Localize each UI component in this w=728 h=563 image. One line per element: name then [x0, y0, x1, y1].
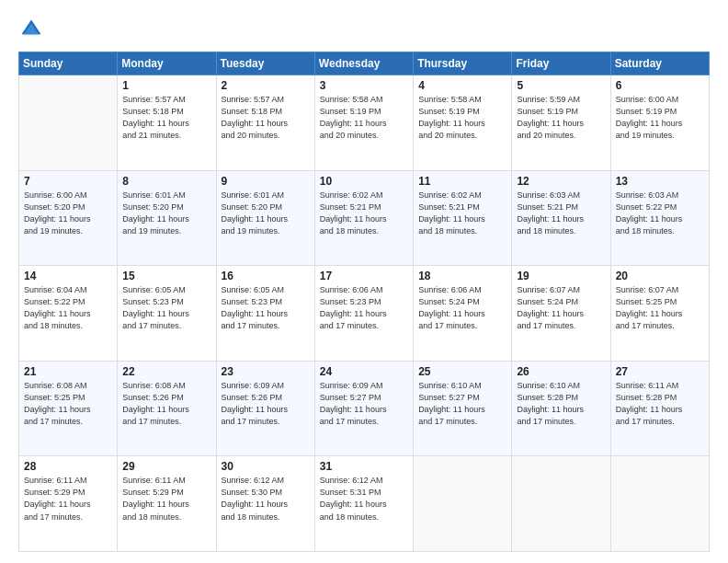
day-detail: Sunrise: 6:01 AM Sunset: 5:20 PM Dayligh… — [122, 190, 210, 237]
calendar-cell: 28Sunrise: 6:11 AM Sunset: 5:29 PM Dayli… — [19, 456, 118, 552]
page: SundayMondayTuesdayWednesdayThursdayFrid… — [0, 0, 728, 563]
day-number: 28 — [24, 460, 112, 473]
day-number: 3 — [320, 79, 408, 92]
day-detail: Sunrise: 5:59 AM Sunset: 5:19 PM Dayligh… — [517, 94, 605, 142]
calendar-cell: 30Sunrise: 6:12 AM Sunset: 5:30 PM Dayli… — [216, 456, 314, 552]
calendar-cell: 27Sunrise: 6:11 AM Sunset: 5:28 PM Dayli… — [610, 361, 709, 456]
calendar-cell: 1Sunrise: 5:57 AM Sunset: 5:18 PM Daylig… — [118, 75, 216, 171]
calendar-cell: 2Sunrise: 5:57 AM Sunset: 5:18 PM Daylig… — [216, 75, 314, 171]
day-detail: Sunrise: 6:07 AM Sunset: 5:24 PM Dayligh… — [517, 284, 605, 332]
calendar-header-saturday: Saturday — [610, 52, 709, 75]
calendar-cell: 9Sunrise: 6:01 AM Sunset: 5:20 PM Daylig… — [216, 170, 314, 266]
calendar-cell: 17Sunrise: 6:06 AM Sunset: 5:23 PM Dayli… — [314, 266, 413, 362]
calendar-table: SundayMondayTuesdayWednesdayThursdayFrid… — [18, 52, 710, 552]
day-detail: Sunrise: 6:03 AM Sunset: 5:22 PM Dayligh… — [616, 190, 704, 237]
day-number: 26 — [517, 365, 605, 378]
day-detail: Sunrise: 6:09 AM Sunset: 5:27 PM Dayligh… — [320, 380, 408, 428]
calendar-cell: 6Sunrise: 6:00 AM Sunset: 5:19 PM Daylig… — [610, 75, 709, 171]
day-number: 8 — [122, 175, 210, 188]
calendar-cell: 14Sunrise: 6:04 AM Sunset: 5:22 PM Dayli… — [19, 266, 118, 362]
day-number: 25 — [418, 365, 506, 378]
day-number: 5 — [517, 79, 605, 92]
day-detail: Sunrise: 6:05 AM Sunset: 5:23 PM Dayligh… — [222, 284, 310, 332]
calendar-cell: 26Sunrise: 6:10 AM Sunset: 5:28 PM Dayli… — [512, 361, 610, 456]
day-number: 31 — [320, 460, 408, 473]
logo — [18, 17, 48, 42]
calendar-week-4: 21Sunrise: 6:08 AM Sunset: 5:25 PM Dayli… — [19, 361, 710, 456]
day-number: 4 — [418, 79, 506, 92]
day-number: 12 — [517, 175, 605, 188]
calendar-cell: 21Sunrise: 6:08 AM Sunset: 5:25 PM Dayli… — [19, 361, 118, 456]
day-number: 23 — [222, 365, 310, 378]
day-number: 29 — [122, 460, 210, 473]
calendar-cell: 22Sunrise: 6:08 AM Sunset: 5:26 PM Dayli… — [118, 361, 216, 456]
day-number: 13 — [616, 175, 704, 188]
day-number: 6 — [616, 79, 704, 92]
day-number: 30 — [222, 460, 310, 473]
day-detail: Sunrise: 6:08 AM Sunset: 5:26 PM Dayligh… — [122, 380, 210, 428]
day-number: 22 — [122, 365, 210, 378]
calendar-header-sunday: Sunday — [19, 52, 118, 75]
day-detail: Sunrise: 5:58 AM Sunset: 5:19 PM Dayligh… — [320, 94, 408, 142]
calendar-cell: 19Sunrise: 6:07 AM Sunset: 5:24 PM Dayli… — [512, 266, 610, 362]
calendar-cell: 16Sunrise: 6:05 AM Sunset: 5:23 PM Dayli… — [216, 266, 314, 362]
day-detail: Sunrise: 6:11 AM Sunset: 5:29 PM Dayligh… — [24, 475, 112, 523]
calendar-cell: 23Sunrise: 6:09 AM Sunset: 5:26 PM Dayli… — [216, 361, 314, 456]
calendar-cell: 10Sunrise: 6:02 AM Sunset: 5:21 PM Dayli… — [314, 170, 413, 266]
day-number: 10 — [320, 175, 408, 188]
calendar-week-5: 28Sunrise: 6:11 AM Sunset: 5:29 PM Dayli… — [19, 456, 710, 552]
day-number: 20 — [616, 270, 704, 282]
calendar-week-3: 14Sunrise: 6:04 AM Sunset: 5:22 PM Dayli… — [19, 266, 710, 362]
calendar-cell: 18Sunrise: 6:06 AM Sunset: 5:24 PM Dayli… — [414, 266, 512, 362]
day-number: 21 — [24, 365, 112, 378]
calendar-cell: 12Sunrise: 6:03 AM Sunset: 5:21 PM Dayli… — [512, 170, 610, 266]
day-detail: Sunrise: 6:10 AM Sunset: 5:27 PM Dayligh… — [418, 380, 506, 428]
calendar-cell: 24Sunrise: 6:09 AM Sunset: 5:27 PM Dayli… — [314, 361, 413, 456]
day-number: 18 — [418, 270, 506, 282]
calendar-header-row: SundayMondayTuesdayWednesdayThursdayFrid… — [19, 52, 710, 75]
day-detail: Sunrise: 6:10 AM Sunset: 5:28 PM Dayligh… — [517, 380, 605, 428]
calendar-header-wednesday: Wednesday — [314, 52, 413, 75]
calendar-cell: 4Sunrise: 5:58 AM Sunset: 5:19 PM Daylig… — [414, 75, 512, 171]
day-number: 9 — [222, 175, 310, 188]
calendar-header-monday: Monday — [118, 52, 216, 75]
calendar-header-friday: Friday — [512, 52, 610, 75]
calendar-cell: 3Sunrise: 5:58 AM Sunset: 5:19 PM Daylig… — [314, 75, 413, 171]
day-detail: Sunrise: 6:01 AM Sunset: 5:20 PM Dayligh… — [222, 190, 310, 237]
calendar-cell — [610, 456, 709, 552]
calendar-cell: 31Sunrise: 6:12 AM Sunset: 5:31 PM Dayli… — [314, 456, 413, 552]
day-detail: Sunrise: 6:02 AM Sunset: 5:21 PM Dayligh… — [320, 190, 408, 237]
day-detail: Sunrise: 6:03 AM Sunset: 5:21 PM Dayligh… — [517, 190, 605, 237]
calendar-cell: 29Sunrise: 6:11 AM Sunset: 5:29 PM Dayli… — [118, 456, 216, 552]
day-detail: Sunrise: 6:00 AM Sunset: 5:19 PM Dayligh… — [616, 94, 704, 142]
day-number: 19 — [517, 270, 605, 282]
day-number: 24 — [320, 365, 408, 378]
calendar-week-2: 7Sunrise: 6:00 AM Sunset: 5:20 PM Daylig… — [19, 170, 710, 266]
day-detail: Sunrise: 5:57 AM Sunset: 5:18 PM Dayligh… — [222, 94, 310, 142]
logo-icon — [18, 17, 44, 42]
day-detail: Sunrise: 6:05 AM Sunset: 5:23 PM Dayligh… — [122, 284, 210, 332]
day-number: 27 — [616, 365, 704, 378]
day-detail: Sunrise: 6:11 AM Sunset: 5:29 PM Dayligh… — [122, 475, 210, 523]
calendar-cell: 20Sunrise: 6:07 AM Sunset: 5:25 PM Dayli… — [610, 266, 709, 362]
calendar-cell: 11Sunrise: 6:02 AM Sunset: 5:21 PM Dayli… — [414, 170, 512, 266]
day-detail: Sunrise: 6:09 AM Sunset: 5:26 PM Dayligh… — [222, 380, 310, 428]
day-detail: Sunrise: 6:12 AM Sunset: 5:31 PM Dayligh… — [320, 475, 408, 523]
day-number: 14 — [24, 270, 112, 282]
day-detail: Sunrise: 5:58 AM Sunset: 5:19 PM Dayligh… — [418, 94, 506, 142]
calendar-cell: 8Sunrise: 6:01 AM Sunset: 5:20 PM Daylig… — [118, 170, 216, 266]
calendar-cell: 15Sunrise: 6:05 AM Sunset: 5:23 PM Dayli… — [118, 266, 216, 362]
day-detail: Sunrise: 6:04 AM Sunset: 5:22 PM Dayligh… — [24, 284, 112, 332]
day-detail: Sunrise: 6:07 AM Sunset: 5:25 PM Dayligh… — [616, 284, 704, 332]
calendar-cell — [19, 75, 118, 171]
calendar-header-tuesday: Tuesday — [216, 52, 314, 75]
day-detail: Sunrise: 6:08 AM Sunset: 5:25 PM Dayligh… — [24, 380, 112, 428]
day-detail: Sunrise: 6:06 AM Sunset: 5:23 PM Dayligh… — [320, 284, 408, 332]
calendar-cell: 13Sunrise: 6:03 AM Sunset: 5:22 PM Dayli… — [610, 170, 709, 266]
day-number: 17 — [320, 270, 408, 282]
day-detail: Sunrise: 6:02 AM Sunset: 5:21 PM Dayligh… — [418, 190, 506, 237]
calendar-cell: 7Sunrise: 6:00 AM Sunset: 5:20 PM Daylig… — [19, 170, 118, 266]
day-detail: Sunrise: 5:57 AM Sunset: 5:18 PM Dayligh… — [122, 94, 210, 142]
day-number: 16 — [222, 270, 310, 282]
calendar-cell: 5Sunrise: 5:59 AM Sunset: 5:19 PM Daylig… — [512, 75, 610, 171]
